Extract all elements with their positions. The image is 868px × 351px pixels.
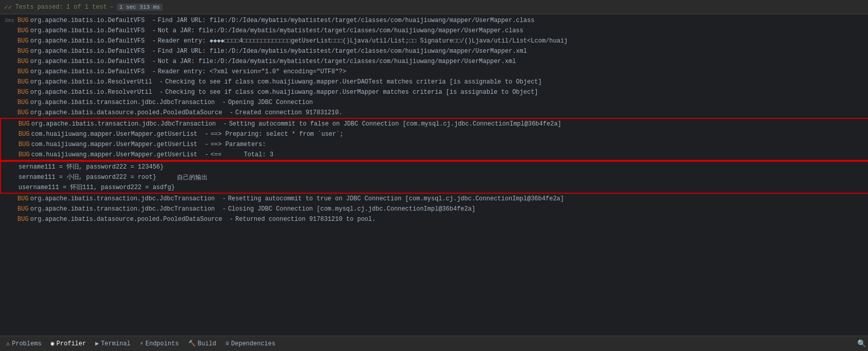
dash-separator: –: [110, 4, 114, 11]
search-icon: 🔍: [857, 340, 866, 348]
check-icon: ✓✓: [4, 3, 12, 11]
log-line: BUG org.apache.ibatis.datasource.pooled.…: [0, 214, 868, 224]
logger: org.apache.ibatis.io.DefaultVFS: [30, 67, 145, 76]
search-button[interactable]: 🔍: [857, 339, 866, 348]
logger: org.apache.ibatis.transaction.jdbc.JdbcT…: [31, 119, 216, 129]
log-line: BUG com.huaijiuwang.mapper.UserMapper.ge…: [0, 150, 868, 161]
logger: org.apache.ibatis.io.DefaultVFS: [30, 16, 145, 25]
log-line: BUG org.apache.ibatis.io.DefaultVFS - Fi…: [0, 46, 868, 56]
logger: com.huaijiuwang.mapper.UserMapper.getUse…: [31, 150, 197, 159]
bottom-bar: ⚠ Problems ◉ Profiler ▶ Terminal ⚡ Endpo…: [0, 336, 868, 351]
log-line: BUG org.apache.ibatis.datasource.pooled.…: [0, 108, 868, 118]
tab-problems[interactable]: ⚠ Problems: [2, 338, 46, 350]
log-line: BUG org.apache.ibatis.io.DefaultVFS - Re…: [0, 67, 868, 77]
logger: org.apache.ibatis.io.ResolverUtil: [30, 88, 152, 97]
logger: com.huaijiuwang.mapper.UserMapper.getUse…: [31, 140, 197, 149]
status-text: Tests passed:: [15, 4, 64, 11]
tab-profiler[interactable]: ◉ Profiler: [47, 338, 90, 350]
problems-icon: ⚠: [6, 340, 10, 347]
tab-problems-label: Problems: [12, 340, 42, 347]
logger: org.apache.ibatis.io.DefaultVFS: [30, 36, 145, 46]
logger: org.apache.ibatis.transaction.jdbc.JdbcT…: [30, 194, 215, 203]
output-annotation: 自己的输出: [177, 173, 208, 182]
tab-profiler-label: Profiler: [56, 340, 86, 347]
logger: org.apache.ibatis.io.ResolverUtil: [30, 77, 152, 87]
terminal-icon: ▶: [95, 340, 99, 347]
tab-terminal[interactable]: ▶ Terminal: [91, 338, 135, 350]
duration-badge: 1 sec 313 ms: [117, 4, 163, 11]
logger: org.apache.ibatis.transaction.jdbc.JdbcT…: [30, 204, 215, 214]
log-content: 3ms BUG org.apache.ibatis.io.DefaultVFS …: [0, 14, 868, 225]
test-count: 1 of 1 test: [66, 4, 107, 11]
logger: org.apache.ibatis.datasource.pooled.Pool…: [30, 215, 222, 224]
log-line: BUG org.apache.ibatis.transaction.jdbc.J…: [0, 118, 868, 129]
endpoints-icon: ⚡: [140, 340, 144, 347]
log-line: BUG org.apache.ibatis.io.ResolverUtil - …: [0, 77, 868, 87]
user-data-line: sername111 = 怀旧, password222 = 123456}: [0, 161, 868, 172]
logger: com.huaijiuwang.mapper.UserMapper.getUse…: [31, 130, 197, 139]
log-line: BUG org.apache.ibatis.transaction.jdbc.J…: [0, 97, 868, 108]
log-line: BUG org.apache.ibatis.io.DefaultVFS - Re…: [0, 36, 868, 46]
build-icon: 🔨: [188, 340, 196, 347]
tab-build-label: Build: [198, 340, 216, 347]
log-line: BUG org.apache.ibatis.transaction.jdbc.J…: [0, 204, 868, 214]
log-line: BUG org.apache.ibatis.io.ResolverUtil - …: [0, 87, 868, 97]
tab-endpoints[interactable]: ⚡ Endpoints: [136, 338, 183, 350]
user-data-line: username111 = 怀旧111, password222 = asdfg…: [0, 182, 868, 194]
tab-terminal-label: Terminal: [101, 340, 131, 347]
tab-build[interactable]: 🔨 Build: [184, 338, 220, 350]
logger: org.apache.ibatis.io.DefaultVFS: [30, 47, 145, 56]
tab-dependencies-label: Dependencies: [231, 340, 275, 347]
test-status: ✓✓ Tests passed: 1 of 1 test – 1 sec 313…: [4, 3, 163, 11]
log-line: BUG com.huaijiuwang.mapper.UserMapper.ge…: [0, 129, 868, 139]
tab-endpoints-label: Endpoints: [146, 340, 179, 347]
log-line: BUG com.huaijiuwang.mapper.UserMapper.ge…: [0, 139, 868, 150]
logger: org.apache.ibatis.datasource.pooled.Pool…: [30, 108, 222, 117]
log-area: 3ms BUG org.apache.ibatis.io.DefaultVFS …: [0, 14, 868, 336]
logger: org.apache.ibatis.io.DefaultVFS: [30, 57, 145, 66]
log-line: BUG org.apache.ibatis.io.DefaultVFS - No…: [0, 56, 868, 67]
dependencies-icon: ≡: [226, 340, 229, 347]
tab-dependencies[interactable]: ≡ Dependencies: [221, 338, 280, 350]
top-bar: ✓✓ Tests passed: 1 of 1 test – 1 sec 313…: [0, 0, 868, 14]
log-line: 3ms BUG org.apache.ibatis.io.DefaultVFS …: [0, 15, 868, 26]
log-line: BUG org.apache.ibatis.transaction.jdbc.J…: [0, 194, 868, 204]
logger: org.apache.ibatis.io.DefaultVFS: [30, 26, 145, 35]
user-data-line: sername111 = 小旧, password222 = root} 自己的…: [0, 172, 868, 182]
logger: org.apache.ibatis.transaction.jdbc.JdbcT…: [30, 98, 215, 107]
log-line: BUG org.apache.ibatis.io.DefaultVFS - No…: [0, 26, 868, 36]
profiler-icon: ◉: [51, 340, 54, 347]
